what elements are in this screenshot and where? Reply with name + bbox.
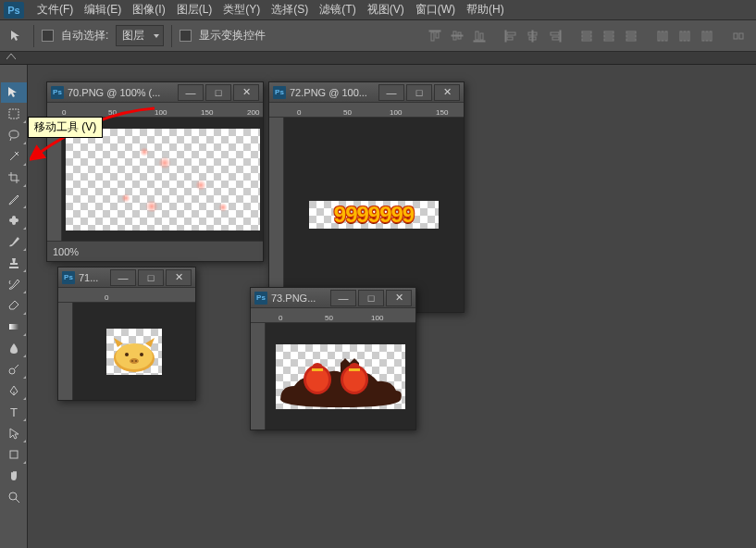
doc-tab-strip bbox=[0, 52, 756, 65]
canvas[interactable]: 9999999 bbox=[284, 118, 464, 312]
hand-tool[interactable] bbox=[1, 466, 27, 486]
close-button[interactable]: ✕ bbox=[166, 269, 192, 286]
tab-handle-icon[interactable] bbox=[2, 52, 20, 61]
maximize-button[interactable]: □ bbox=[406, 84, 432, 101]
menu-type[interactable]: 类型(Y) bbox=[217, 2, 266, 18]
svg-rect-7 bbox=[476, 31, 478, 40]
align-vcenter-icon[interactable] bbox=[447, 26, 467, 46]
marquee-tool[interactable] bbox=[1, 104, 27, 124]
svg-rect-23 bbox=[604, 39, 613, 41]
menu-image[interactable]: 图像(I) bbox=[127, 2, 170, 18]
gradient-tool[interactable] bbox=[1, 317, 27, 337]
svg-rect-25 bbox=[626, 35, 636, 37]
canvas-content bbox=[276, 344, 405, 409]
doc-titlebar[interactable]: Ps 71... — □ ✕ bbox=[58, 268, 195, 288]
svg-rect-40 bbox=[12, 216, 16, 225]
auto-select-checkbox[interactable] bbox=[42, 30, 54, 42]
tools-panel: T bbox=[0, 65, 28, 548]
maximize-button[interactable]: □ bbox=[358, 290, 384, 306]
show-transform-label: 显示变换控件 bbox=[199, 28, 266, 44]
doc-titlebar[interactable]: Ps 72.PNG @ 100... — □ ✕ bbox=[269, 82, 464, 103]
align-hcenter-icon[interactable] bbox=[523, 26, 543, 46]
svg-rect-1 bbox=[431, 32, 434, 41]
align-top-icon[interactable] bbox=[425, 26, 445, 46]
align-left-icon[interactable] bbox=[501, 26, 521, 46]
minimize-button[interactable]: — bbox=[378, 84, 404, 101]
minimize-button[interactable]: — bbox=[330, 290, 356, 306]
align-controls bbox=[425, 26, 749, 46]
distribute-vcenter-icon[interactable] bbox=[599, 26, 619, 46]
menu-edit[interactable]: 编辑(E) bbox=[79, 2, 127, 18]
zoom-level[interactable]: 100% bbox=[53, 246, 79, 257]
shape-tool[interactable] bbox=[1, 444, 27, 465]
maximize-button[interactable]: □ bbox=[205, 84, 231, 101]
doc-window-72[interactable]: Ps 72.PNG @ 100... — □ ✕ 0 50 100 150 99… bbox=[268, 81, 465, 313]
svg-rect-41 bbox=[9, 324, 19, 330]
menu-help[interactable]: 帮助(H) bbox=[461, 2, 510, 18]
distribute-bottom-icon[interactable] bbox=[621, 26, 641, 46]
doc-window-71[interactable]: Ps 71... — □ ✕ 0 bbox=[57, 267, 196, 401]
svg-rect-9 bbox=[505, 31, 506, 42]
menu-filter[interactable]: 滤镜(T) bbox=[314, 2, 361, 18]
type-tool[interactable]: T bbox=[1, 402, 27, 422]
pen-tool[interactable] bbox=[1, 380, 27, 401]
minimize-button[interactable]: — bbox=[178, 84, 204, 101]
svg-rect-16 bbox=[551, 32, 559, 35]
svg-rect-28 bbox=[662, 31, 663, 41]
brush-tool[interactable] bbox=[1, 231, 27, 252]
doc-titlebar[interactable]: Ps 73.PNG... — □ ✕ bbox=[251, 288, 415, 308]
blur-tool[interactable] bbox=[1, 338, 27, 358]
ruler-vertical bbox=[269, 118, 284, 312]
close-button[interactable]: ✕ bbox=[434, 84, 460, 101]
svg-rect-30 bbox=[680, 31, 682, 41]
menu-select[interactable]: 选择(S) bbox=[266, 2, 314, 18]
eyedropper-tool[interactable] bbox=[1, 189, 27, 209]
menu-bar: Ps 文件(F) 编辑(E) 图像(I) 图层(L) 类型(Y) 选择(S) 滤… bbox=[0, 0, 756, 20]
canvas[interactable] bbox=[266, 323, 415, 430]
dodge-tool[interactable] bbox=[1, 359, 27, 380]
distribute-left-icon[interactable] bbox=[652, 26, 673, 46]
divider bbox=[171, 25, 172, 47]
canvas-content: 9999999 bbox=[309, 201, 439, 229]
svg-rect-33 bbox=[702, 31, 704, 41]
show-transform-checkbox[interactable] bbox=[180, 30, 192, 42]
layer-dropdown[interactable]: 图层 bbox=[116, 25, 164, 46]
minimize-button[interactable]: — bbox=[110, 269, 136, 286]
align-right-icon[interactable] bbox=[545, 26, 565, 46]
history-brush-tool[interactable] bbox=[1, 274, 27, 294]
svg-rect-31 bbox=[684, 31, 686, 41]
close-button[interactable]: ✕ bbox=[386, 290, 412, 306]
svg-rect-34 bbox=[706, 31, 708, 41]
auto-align-icon[interactable] bbox=[728, 26, 749, 46]
path-select-tool[interactable] bbox=[1, 423, 27, 443]
move-tool-tooltip: 移动工具 (V) bbox=[28, 117, 103, 138]
doc-window-70[interactable]: Ps 70.PNG @ 100% (... — □ ✕ 0 50 100 150… bbox=[46, 81, 264, 262]
doc-window-73[interactable]: Ps 73.PNG... — □ ✕ 0 50 100 bbox=[250, 287, 416, 430]
maximize-button[interactable]: □ bbox=[138, 269, 164, 286]
app-logo: Ps bbox=[4, 2, 24, 19]
doc-titlebar[interactable]: Ps 70.PNG @ 100% (... — □ ✕ bbox=[47, 82, 263, 103]
move-tool[interactable] bbox=[1, 82, 27, 103]
menu-layer[interactable]: 图层(L) bbox=[171, 2, 218, 18]
canvas[interactable] bbox=[73, 303, 195, 400]
distribute-top-icon[interactable] bbox=[576, 26, 597, 46]
svg-rect-55 bbox=[312, 368, 323, 371]
auto-select-label: 自动选择: bbox=[61, 28, 108, 44]
menu-file[interactable]: 文件(F) bbox=[31, 2, 79, 18]
menu-view[interactable]: 视图(V) bbox=[362, 2, 410, 18]
svg-point-51 bbox=[131, 360, 133, 362]
close-button[interactable]: ✕ bbox=[233, 84, 259, 101]
svg-text:T: T bbox=[10, 405, 18, 418]
align-bottom-icon[interactable] bbox=[469, 26, 490, 46]
svg-rect-29 bbox=[665, 31, 667, 41]
distribute-hcenter-icon[interactable] bbox=[675, 26, 695, 46]
wand-tool[interactable] bbox=[1, 146, 27, 167]
crop-tool[interactable] bbox=[1, 168, 27, 188]
eraser-tool[interactable] bbox=[1, 295, 27, 316]
lasso-tool[interactable] bbox=[1, 125, 27, 145]
heal-tool[interactable] bbox=[1, 210, 27, 230]
stamp-tool[interactable] bbox=[1, 253, 27, 273]
menu-window[interactable]: 窗口(W) bbox=[410, 2, 461, 18]
distribute-right-icon[interactable] bbox=[697, 26, 717, 46]
zoom-tool[interactable] bbox=[1, 487, 27, 507]
